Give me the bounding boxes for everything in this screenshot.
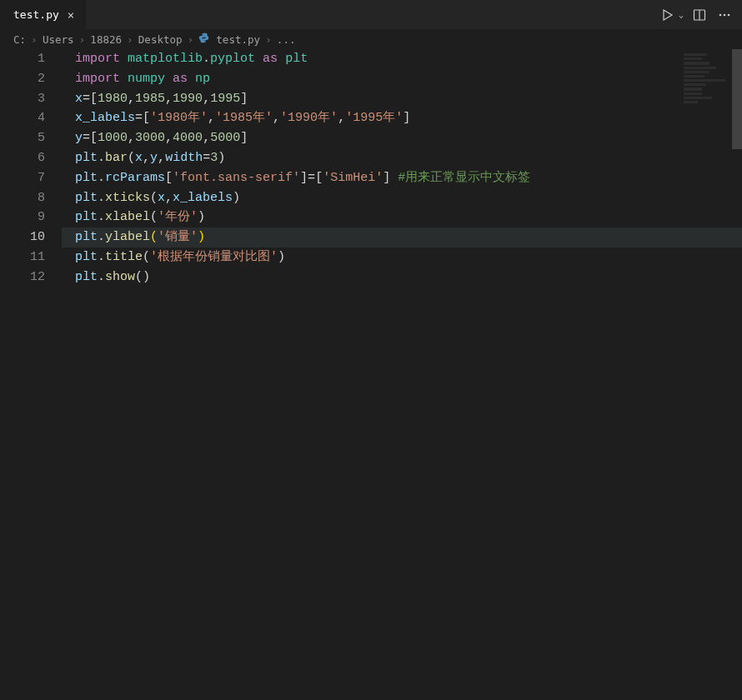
code-editor[interactable]: 123456789101112 import matplotlib.pyplot… bbox=[0, 49, 742, 700]
python-icon bbox=[198, 32, 209, 46]
svg-point-2 bbox=[719, 13, 722, 16]
breadcrumb-item[interactable]: C: bbox=[13, 33, 26, 46]
code-line[interactable]: plt.ylabel('销量') bbox=[62, 228, 742, 248]
breadcrumb-item[interactable]: Desktop bbox=[138, 33, 183, 46]
svg-point-3 bbox=[724, 13, 726, 16]
chevron-right-icon: › bbox=[265, 33, 272, 46]
line-number: 11 bbox=[0, 248, 45, 268]
chevron-down-icon[interactable]: ⌄ bbox=[679, 10, 684, 19]
chevron-right-icon: › bbox=[31, 33, 38, 46]
chevron-right-icon: › bbox=[127, 33, 133, 46]
breadcrumb: C: › Users › 18826 › Desktop › test.py ›… bbox=[0, 29, 742, 49]
line-number: 3 bbox=[0, 89, 45, 109]
chevron-right-icon: › bbox=[79, 33, 86, 46]
close-icon[interactable]: × bbox=[64, 7, 78, 23]
svg-point-4 bbox=[728, 13, 730, 16]
code-line[interactable]: plt.title('根据年份销量对比图') bbox=[62, 248, 742, 268]
more-actions-icon[interactable] bbox=[715, 6, 734, 24]
line-number: 2 bbox=[0, 69, 45, 89]
split-editor-icon[interactable] bbox=[690, 6, 709, 24]
minimap[interactable] bbox=[684, 53, 730, 103]
code-line[interactable]: plt.show() bbox=[62, 268, 742, 288]
breadcrumb-item[interactable]: Users bbox=[43, 33, 74, 46]
line-number: 1 bbox=[0, 49, 45, 69]
code-line[interactable]: x=[1980,1985,1990,1995] bbox=[62, 89, 742, 109]
line-number: 12 bbox=[0, 268, 45, 288]
line-number: 9 bbox=[0, 208, 45, 228]
tab-bar: test.py × ⌄ bbox=[0, 0, 742, 29]
breadcrumb-trail[interactable]: ... bbox=[277, 33, 296, 46]
chevron-right-icon: › bbox=[188, 33, 194, 46]
run-icon[interactable] bbox=[659, 6, 677, 24]
line-number: 7 bbox=[0, 168, 45, 188]
line-number: 4 bbox=[0, 108, 45, 128]
code-line[interactable]: plt.bar(x,y,width=3) bbox=[62, 148, 742, 168]
code-line[interactable]: y=[1000,3000,4000,5000] bbox=[62, 128, 742, 148]
scrollbar-thumb[interactable] bbox=[732, 49, 742, 149]
code-line[interactable]: plt.xticks(x,x_labels) bbox=[62, 188, 742, 208]
code-line[interactable]: import numpy as np bbox=[62, 69, 742, 89]
line-number: 8 bbox=[0, 188, 45, 208]
line-number: 5 bbox=[0, 128, 45, 148]
code-line[interactable]: import matplotlib.pyplot as plt bbox=[62, 49, 742, 69]
editor-actions: ⌄ bbox=[659, 0, 742, 29]
line-number: 10 bbox=[0, 228, 45, 248]
vertical-scrollbar[interactable] bbox=[732, 49, 742, 700]
tab-file[interactable]: test.py × bbox=[0, 0, 86, 29]
code-line[interactable]: x_labels=['1980年','1985年','1990年','1995年… bbox=[62, 108, 742, 128]
breadcrumb-file[interactable]: test.py bbox=[216, 33, 260, 46]
code-line[interactable]: plt.xlabel('年份') bbox=[62, 208, 742, 228]
code-content[interactable]: import matplotlib.pyplot as pltimport nu… bbox=[62, 49, 742, 700]
code-line[interactable]: plt.rcParams['font.sans-serif']=['SimHei… bbox=[62, 168, 742, 188]
breadcrumb-item[interactable]: 18826 bbox=[90, 33, 122, 46]
line-number: 6 bbox=[0, 148, 45, 168]
tab-label: test.py bbox=[13, 8, 59, 21]
line-number-gutter: 123456789101112 bbox=[0, 49, 62, 700]
tab-list: test.py × bbox=[0, 0, 86, 29]
